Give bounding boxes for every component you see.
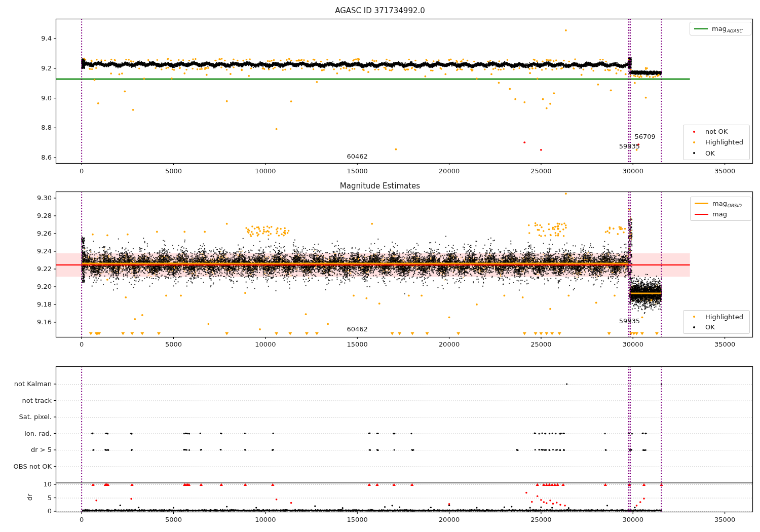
y-tick-label: 9.16 [20,318,52,326]
mag-agasc-line-swatch [693,28,708,29]
x-tick-label: 30000 [623,167,643,175]
x-tick-label: 25000 [530,340,551,348]
y-tick-label: 9.28 [20,212,52,219]
x-tick-label: 10000 [255,167,276,175]
x-tick-label: 0 [80,340,84,348]
mag-obsid-label: magOBSID [712,200,741,207]
category-label: OBS not OK [3,463,52,470]
category-label: not track [3,397,52,404]
figure: AGASC ID 371734992.0 Magnitude Estimates… [0,0,760,532]
ok-label-2: OK [705,323,715,331]
dr-tick-label: 5 [20,494,52,502]
x-tick-label: 5000 [165,340,182,348]
mag-label: mag [712,210,727,218]
x-tick-label: 5000 [165,167,182,175]
ok-label: OK [705,149,715,157]
legend-row-highlighted-2: Highlighted [687,312,746,322]
x-tick-label: 30000 [623,516,643,523]
plot1-line-legend: magAGASC [690,22,751,35]
obsid-annotation: 60462 [347,325,368,332]
plot2-line-legend: magOBSID mag [690,197,751,221]
y-tick-label: 9.4 [20,34,52,42]
legend-row-ok: OK [687,148,746,159]
dr-axis-label: dr [26,493,33,501]
highlighted-dot-swatch-2 [687,316,702,318]
not-ok-label: not OK [705,128,728,135]
mag-line-swatch [694,214,709,215]
category-label: dr > 5 [3,446,52,453]
not-ok-dot-swatch [687,131,702,133]
plot1-title: AGASC ID 371734992.0 [0,6,760,15]
x-tick-label: 10000 [255,516,276,523]
legend-row-not-ok: not OK [687,126,746,137]
dr-tick-label: 0 [20,507,52,515]
x-tick-label: 35000 [714,516,735,523]
y-tick-label: 9.18 [20,300,52,308]
dr-tick-label: 10 [20,480,52,488]
plot1-marker-legend: not OK Highlighted OK [683,125,750,160]
x-tick-label: 25000 [530,516,551,523]
obsid-annotation: 56709 [634,132,655,140]
ok-dot-swatch-2 [687,326,702,328]
category-label: not Kalman [3,380,52,388]
plot2-marker-legend: Highlighted OK [683,310,750,334]
x-tick-label: 20000 [439,516,460,523]
obsid-annotation: 59935 [619,317,640,324]
y-tick-label: 8.8 [20,124,52,131]
plot2-title: Magnitude Estimates [0,181,760,191]
x-tick-label: 30000 [623,340,643,348]
category-label: Ion. rad. [3,430,52,437]
legend-row-mag-agasc: magAGASC [693,23,748,34]
x-tick-label: 20000 [439,340,460,348]
legend-row-mag-obsid: magOBSID [694,198,748,209]
x-tick-label: 35000 [714,340,735,348]
highlighted-label-2: Highlighted [705,313,743,321]
y-tick-label: 8.6 [20,154,52,161]
obsid-annotation: 59935 [619,142,640,150]
x-tick-label: 15000 [347,167,368,175]
legend-row-mag: mag [694,209,748,219]
y-tick-label: 9.22 [20,265,52,273]
ok-dot-swatch [687,152,702,154]
mag-obsid-line-swatch [694,203,709,204]
mag-agasc-label: magAGASC [712,25,742,32]
chart-canvas [0,0,760,532]
highlighted-label: Highlighted [705,138,743,146]
x-tick-label: 25000 [530,167,551,175]
obsid-annotation: 60462 [347,153,368,160]
x-tick-label: 0 [80,516,84,523]
legend-row-highlighted: Highlighted [687,137,746,147]
x-tick-label: 15000 [347,340,368,348]
y-tick-label: 9.20 [20,283,52,290]
x-tick-label: 35000 [714,167,735,175]
highlighted-dot-swatch [687,141,702,143]
legend-row-ok-2: OK [687,322,746,333]
y-tick-label: 9.24 [20,247,52,255]
y-tick-label: 9.30 [20,194,52,202]
y-tick-label: 9.26 [20,230,52,237]
y-tick-label: 9.0 [20,94,52,102]
x-tick-label: 5000 [165,516,182,523]
x-tick-label: 20000 [439,167,460,175]
x-tick-label: 0 [80,167,84,175]
x-tick-label: 10000 [255,340,276,348]
category-label: Sat. pixel. [3,413,52,421]
y-tick-label: 9.2 [20,64,52,72]
x-tick-label: 15000 [347,516,368,523]
